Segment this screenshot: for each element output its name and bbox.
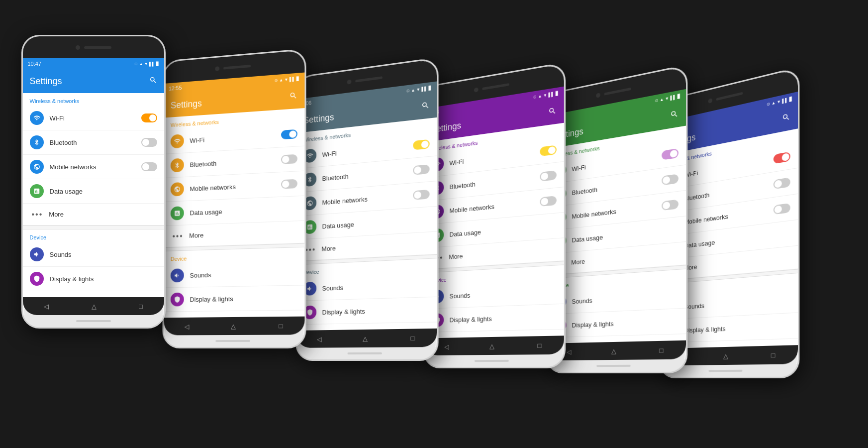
item-label: Wi-Fi — [322, 142, 413, 158]
toggle-switch[interactable] — [662, 148, 678, 160]
item-label: Sounds — [322, 281, 429, 292]
item-label: More — [49, 211, 157, 218]
item-label: More — [189, 228, 297, 239]
nav-button[interactable]: □ — [537, 341, 541, 349]
settings-item[interactable]: Sounds — [296, 272, 437, 301]
toggle-switch[interactable] — [413, 190, 429, 200]
nav-button[interactable]: ◁ — [567, 348, 571, 355]
settings-item[interactable]: Sounds — [164, 260, 304, 288]
nav-button[interactable]: △ — [231, 322, 236, 330]
nav-button[interactable]: △ — [363, 335, 368, 342]
status-bar: 10:47⊙ ▲ ▼ ▌▌ ▊ — [23, 58, 164, 69]
toggle-switch[interactable] — [281, 154, 297, 164]
item-label: More — [321, 239, 429, 253]
item-label: Bluetooth — [322, 167, 413, 182]
app-title: Settings — [170, 98, 201, 111]
toggle-switch[interactable] — [773, 203, 790, 215]
app-title: Settings — [30, 76, 62, 87]
item-label: Wi-Fi — [572, 152, 662, 173]
settings-item[interactable]: Bluetooth — [23, 130, 164, 155]
nav-button[interactable]: □ — [139, 303, 143, 310]
settings-item[interactable]: Mobile networks — [23, 155, 164, 179]
item-label: More — [449, 246, 557, 261]
settings-item[interactable]: Display & lights — [164, 285, 304, 312]
item-label: Mobile networks — [449, 198, 540, 214]
phone-2: 1:06⊙ ▲ ▼ ▌▌ ▊SettingsWireless & network… — [295, 57, 439, 361]
settings-item[interactable]: Display & lights — [424, 304, 564, 333]
nav-button[interactable]: □ — [410, 334, 414, 341]
status-time: 10:47 — [28, 61, 42, 67]
item-label: Data usage — [322, 216, 429, 230]
nav-button[interactable]: ◁ — [44, 303, 49, 310]
toggle-switch[interactable] — [281, 129, 297, 139]
item-label: Mobile networks — [572, 202, 662, 220]
item-label: Display & lights — [190, 294, 297, 303]
nav-button[interactable]: □ — [659, 346, 663, 354]
nav-button[interactable]: □ — [771, 351, 775, 359]
bottom-nav: ◁△□ — [296, 329, 437, 348]
settings-item[interactable]: Wi-Fi — [23, 106, 164, 130]
nav-button[interactable]: ◁ — [444, 343, 448, 350]
settings-item[interactable]: Display & lights — [23, 267, 164, 291]
search-icon[interactable] — [548, 106, 556, 117]
search-icon[interactable] — [670, 109, 678, 121]
item-label: Bluetooth — [50, 139, 141, 146]
search-icon[interactable] — [421, 101, 429, 112]
data-usage-item[interactable]: Data usage — [23, 179, 164, 204]
phones-container: 10:47⊙ ▲ ▼ ▌▌ ▊SettingsWireless & networ… — [11, 10, 857, 438]
item-label: More — [683, 254, 790, 272]
toggle-switch[interactable] — [540, 170, 557, 181]
nav-button[interactable]: ◁ — [184, 323, 189, 330]
nav-button[interactable]: △ — [611, 347, 616, 354]
phone-4: 1:10⊙ ▲ ▼ ▌▌ ▊SettingsWireless & network… — [546, 64, 687, 373]
bottom-nav: ◁△□ — [424, 336, 564, 355]
toggle-switch[interactable] — [662, 174, 678, 185]
toggle-switch[interactable] — [773, 177, 790, 189]
settings-item[interactable]: Sounds — [23, 242, 164, 267]
nav-button[interactable]: ◁ — [316, 336, 321, 343]
toggle-switch[interactable] — [413, 164, 429, 175]
item-label: Sounds — [449, 287, 556, 300]
item-label: Sounds — [572, 292, 678, 305]
toggle-switch[interactable] — [540, 145, 557, 156]
phone-3: 1:08⊙ ▲ ▼ ▌▌ ▊SettingsWireless & network… — [423, 62, 565, 368]
toggle-switch[interactable] — [413, 139, 429, 150]
item-label: Bluetooth — [572, 177, 662, 196]
item-label: Data usage — [684, 229, 790, 249]
search-icon[interactable] — [289, 91, 297, 102]
item-label: Data usage — [449, 222, 556, 238]
search-icon[interactable] — [781, 112, 790, 124]
toggle-switch[interactable] — [773, 151, 790, 164]
item-label: Display & lights — [449, 313, 556, 323]
item-label: Mobile networks — [684, 206, 773, 225]
nav-button[interactable]: △ — [92, 303, 96, 310]
nav-button[interactable]: △ — [489, 342, 494, 349]
item-label: Display & lights — [50, 275, 157, 283]
settings-item[interactable]: Display & lights — [296, 297, 437, 325]
bottom-nav: ◁△□ — [23, 297, 164, 315]
item-label: Display & lights — [322, 306, 429, 316]
item-label: Sounds — [190, 269, 297, 279]
toggle-switch[interactable] — [141, 162, 157, 171]
toggle-switch[interactable] — [281, 179, 297, 189]
app-title: Settings — [303, 112, 334, 126]
toggle-switch[interactable] — [141, 138, 157, 147]
phone-0: 10:47⊙ ▲ ▼ ▌▌ ▊SettingsWireless & networ… — [21, 35, 166, 329]
bottom-nav: ◁△□ — [164, 317, 304, 336]
item-label: Mobile networks — [50, 163, 141, 171]
item-label: Wi-Fi — [190, 131, 281, 144]
section-device-label: Device — [23, 229, 164, 242]
nav-button[interactable]: □ — [279, 322, 283, 330]
item-label: Mobile networks — [190, 181, 281, 193]
item-label: Wi-Fi — [449, 148, 540, 167]
toggle-switch[interactable] — [141, 113, 157, 122]
section-wireless-label: Wireless & networks — [23, 93, 164, 106]
item-label: Sounds — [684, 296, 790, 310]
status-time: 12:55 — [168, 85, 182, 92]
search-icon[interactable] — [149, 76, 157, 86]
toggle-switch[interactable] — [662, 199, 678, 211]
more-item[interactable]: •••More — [23, 204, 164, 225]
nav-button[interactable]: △ — [723, 352, 728, 359]
item-label: Display & lights — [684, 322, 790, 334]
toggle-switch[interactable] — [540, 196, 557, 207]
